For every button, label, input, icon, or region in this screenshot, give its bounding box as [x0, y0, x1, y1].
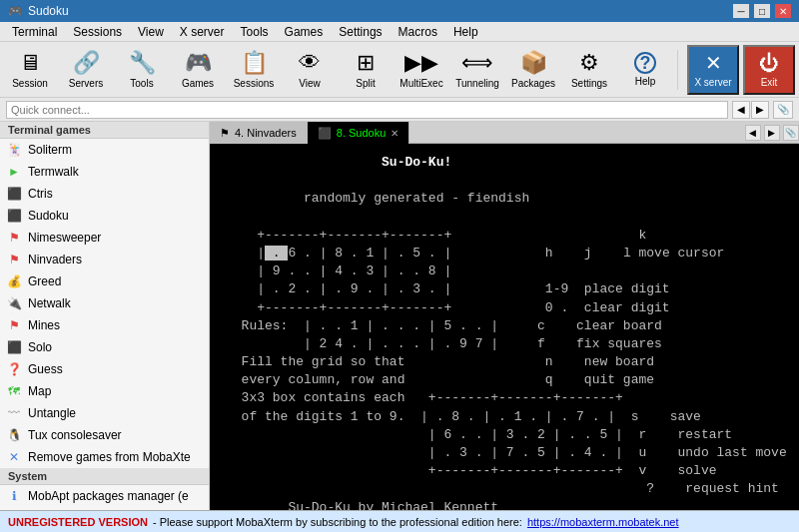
help-icon: ? [634, 52, 656, 74]
sidebar-item-ninvaders[interactable]: ⚑ Ninvaders [0, 249, 209, 270]
sudoku-icon: ⬛ [6, 208, 22, 224]
sidebar-item-remove-games[interactable]: ✕ Remove games from MobaXte [0, 446, 209, 468]
sidebar-item-greed[interactable]: 💰 Greed [0, 270, 209, 292]
sidebar-item-mines[interactable]: ⚑ Mines [0, 314, 209, 336]
settings-button[interactable]: ⚙ Settings [563, 45, 615, 95]
packages-icon: 📦 [520, 50, 547, 76]
menu-help[interactable]: Help [445, 22, 486, 41]
sidebar: Terminal games 🃏 Soliterm ► Termwalk ⬛ C… [0, 122, 210, 510]
tunneling-button[interactable]: ⟺ Tunneling [451, 45, 503, 95]
sessions-label: Sessions [234, 78, 275, 89]
sidebar-item-soliterm[interactable]: 🃏 Soliterm [0, 139, 209, 161]
ninvaders-icon: ⚑ [6, 252, 22, 267]
mobApt-icon: ℹ [6, 488, 22, 504]
tunneling-label: Tunneling [455, 78, 499, 89]
tab-nav-right[interactable]: ▶ [764, 125, 780, 141]
help-button[interactable]: ? Help [619, 45, 671, 95]
sidebar-item-label: Map [28, 384, 51, 398]
main-area: Terminal games 🃏 Soliterm ► Termwalk ⬛ C… [0, 122, 799, 510]
split-label: Split [356, 78, 375, 89]
sidebar-item-label: Tux consolesaver [28, 428, 122, 442]
servers-icon: 🔗 [73, 50, 100, 76]
tools-button[interactable]: 🔧 Tools [116, 45, 168, 95]
tab-attach[interactable]: 📎 [783, 125, 799, 141]
sidebar-item-x11dwm[interactable]: ✕ X11 tab with Dwm [0, 507, 209, 510]
mines-icon: ⚑ [6, 317, 22, 333]
nav-forward-button[interactable]: ▶ [751, 101, 769, 119]
menu-games[interactable]: Games [277, 22, 332, 41]
sidebar-item-label: Untangle [28, 406, 76, 420]
help-label: Help [635, 76, 656, 87]
sidebar-item-tux[interactable]: 🐧 Tux consolesaver [0, 424, 209, 446]
packages-label: Packages [511, 78, 555, 89]
sidebar-item-untangle[interactable]: 〰 Untangle [0, 402, 209, 424]
menu-terminal[interactable]: Terminal [4, 22, 65, 41]
sidebar-item-termwalk[interactable]: ► Termwalk [0, 161, 209, 183]
statusbar: UNREGISTERED VERSION - Please support Mo… [0, 510, 799, 532]
sidebar-item-label: Sudoku [28, 209, 69, 223]
tab-sudoku-icon: ⬛ [318, 127, 332, 140]
titlebar: 🎮 Sudoku ─ □ ✕ [0, 0, 799, 22]
sidebar-item-label: Termwalk [28, 165, 79, 179]
multiexec-button[interactable]: ▶▶ MultiExec [396, 45, 447, 95]
quickconnect-input[interactable] [6, 101, 728, 119]
sessions-button[interactable]: 📋 Sessions [228, 45, 280, 95]
tab-close-button[interactable]: ✕ [391, 128, 399, 139]
sidebar-item-label: Solo [28, 340, 52, 354]
packages-button[interactable]: 📦 Packages [507, 45, 559, 95]
games-icon: 🎮 [185, 50, 212, 76]
tab-sudoku[interactable]: ⬛ 8. Sudoku ✕ [308, 122, 410, 144]
sidebar-item-nimesweeper[interactable]: ⚑ Nimesweeper [0, 227, 209, 249]
sidebar-item-guess[interactable]: ❓ Guess [0, 358, 209, 380]
attach-button[interactable]: 📎 [773, 101, 793, 119]
ctris-icon: ⬛ [6, 186, 22, 202]
sidebar-item-label: Remove games from MobaXte [28, 450, 191, 464]
session-button[interactable]: 🖥 Session [4, 45, 56, 95]
sidebar-item-solo[interactable]: ⬛ Solo [0, 336, 209, 358]
sidebar-item-mobApt[interactable]: ℹ MobApt packages manager (e [0, 485, 209, 507]
xserver-button[interactable]: ✕ X server [687, 45, 739, 95]
tab-nav-left[interactable]: ◀ [745, 125, 761, 141]
view-button[interactable]: 👁 View [284, 45, 336, 95]
sidebar-item-sudoku[interactable]: ⬛ Sudoku [0, 205, 209, 227]
menu-tools[interactable]: Tools [233, 22, 277, 41]
quickconnect-bar: ◀ ▶ 📎 [0, 98, 799, 122]
app-icon: 🎮 [8, 4, 23, 18]
split-icon: ⊞ [357, 50, 375, 76]
nav-back-button[interactable]: ◀ [732, 101, 750, 119]
statusbar-unregistered: UNREGISTERED VERSION [8, 516, 148, 528]
xserver-icon: ✕ [705, 51, 722, 75]
statusbar-link[interactable]: https://mobaxterm.mobatek.net [527, 516, 679, 528]
toolbar-right: ✕ X server ⏻ Exit [687, 45, 795, 95]
statusbar-message: - Please support MobaXterm by subscribin… [153, 516, 522, 528]
menu-view[interactable]: View [130, 22, 172, 41]
terminal-content[interactable]: Su-Do-Ku! randomly generated - fiendish … [210, 144, 799, 510]
sidebar-item-netwalk[interactable]: 🔌 Netwalk [0, 292, 209, 314]
menu-settings[interactable]: Settings [331, 22, 390, 41]
settings-label: Settings [571, 78, 607, 89]
sidebar-item-ctris[interactable]: ⬛ Ctris [0, 183, 209, 205]
minimize-button[interactable]: ─ [733, 4, 749, 18]
menu-xserver[interactable]: X server [172, 22, 233, 41]
games-button[interactable]: 🎮 Games [172, 45, 224, 95]
servers-button[interactable]: 🔗 Servers [60, 45, 112, 95]
tab-sudoku-label: 8. Sudoku [337, 127, 387, 139]
tabs: ⚑ 4. Ninvaders ⬛ 8. Sudoku ✕ ◀ ▶ 📎 [210, 122, 799, 144]
multiexec-label: MultiExec [400, 78, 442, 89]
greed-icon: 💰 [6, 273, 22, 289]
sidebar-item-map[interactable]: 🗺 Map [0, 380, 209, 402]
untangle-icon: 〰 [6, 405, 22, 421]
menu-sessions[interactable]: Sessions [65, 22, 130, 41]
exit-button[interactable]: ⏻ Exit [743, 45, 795, 95]
tab-ninvaders[interactable]: ⚑ 4. Ninvaders [210, 122, 308, 144]
split-button[interactable]: ⊞ Split [340, 45, 392, 95]
guess-icon: ❓ [6, 361, 22, 377]
menu-macros[interactable]: Macros [391, 22, 445, 41]
sidebar-item-label: Netwalk [28, 296, 71, 310]
maximize-button[interactable]: □ [754, 4, 770, 18]
servers-label: Servers [69, 78, 103, 89]
map-icon: 🗺 [6, 383, 22, 399]
multiexec-icon: ▶▶ [404, 50, 438, 76]
sidebar-item-label: Ninvaders [28, 253, 82, 266]
close-button[interactable]: ✕ [775, 4, 791, 18]
